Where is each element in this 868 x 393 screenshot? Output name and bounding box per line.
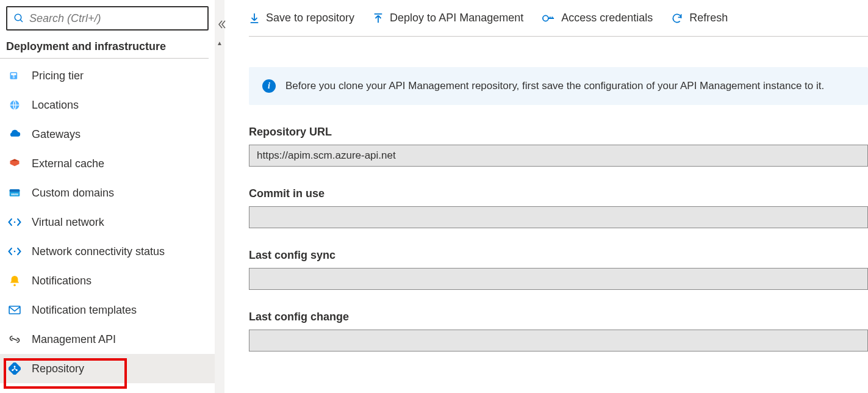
sidebar-item-external-cache[interactable]: External cache — [0, 149, 215, 178]
sidebar-item-label: Pricing tier — [32, 70, 84, 82]
svg-rect-7 — [10, 189, 20, 192]
info-banner: i Before you clone your API Management r… — [249, 67, 868, 105]
svg-point-10 — [14, 251, 16, 253]
info-banner-text: Before you clone your API Management rep… — [285, 80, 824, 92]
sidebar-item-label: Locations — [32, 99, 79, 112]
svg-point-9 — [14, 222, 16, 223]
sidebar-item-gateways[interactable]: Gateways — [0, 120, 215, 149]
toolbar-label: Save to repository — [266, 12, 354, 24]
last-config-change-field[interactable] — [249, 330, 868, 352]
toolbar-label: Refresh — [689, 12, 728, 24]
last-config-sync-field[interactable] — [249, 268, 868, 290]
toolbar-label: Access credentials — [561, 12, 653, 24]
sidebar-item-label: Gateways — [32, 128, 81, 141]
sidebar-item-label: Network connectivity status — [32, 245, 165, 258]
repository-url-label: Repository URL — [249, 126, 868, 139]
api-icon — [7, 332, 22, 347]
repository-icon — [7, 361, 22, 376]
repository-url-value: https://apim.scm.azure-api.net — [257, 150, 396, 162]
commit-in-use-field[interactable] — [249, 206, 868, 228]
section-header: Deployment and infrastructure — [0, 37, 209, 59]
sidebar-item-label: External cache — [32, 157, 104, 170]
svg-point-0 — [15, 14, 21, 21]
deploy-button[interactable]: Deploy to API Management — [373, 12, 523, 24]
info-icon: i — [262, 79, 276, 93]
sidebar-item-pricing-tier[interactable]: $ Pricing tier — [0, 61, 215, 90]
domain-icon: www — [7, 186, 22, 200]
sidebar-item-label: Management API — [32, 333, 116, 346]
svg-line-1 — [20, 20, 23, 22]
svg-text:$: $ — [12, 74, 15, 79]
sidebar-item-label: Notification templates — [32, 304, 137, 317]
key-icon — [542, 12, 555, 24]
cache-icon — [7, 156, 22, 171]
sidebar-item-locations[interactable]: Locations — [0, 90, 215, 120]
access-credentials-button[interactable]: Access credentials — [542, 12, 653, 24]
connectivity-icon — [7, 244, 22, 259]
main-content: Save to repository Deploy to API Managem… — [224, 0, 868, 393]
upload-icon — [373, 12, 384, 24]
svg-text:www: www — [10, 192, 18, 196]
svg-point-11 — [13, 284, 16, 286]
globe-icon — [7, 98, 22, 112]
sidebar-item-label: Repository — [32, 362, 84, 375]
sidebar: Deployment and infrastructure $ Pricing … — [0, 0, 215, 393]
sidebar-item-management-api[interactable]: Management API — [0, 325, 215, 354]
scroll-up-arrow-icon: ▲ — [217, 40, 223, 46]
toolbar-label: Deploy to API Management — [390, 12, 523, 24]
tag-icon: $ — [7, 68, 22, 83]
mail-icon — [7, 303, 22, 317]
svg-rect-12 — [9, 306, 20, 314]
sidebar-item-notifications[interactable]: Notifications — [0, 266, 215, 295]
search-icon — [13, 13, 24, 24]
commit-in-use-label: Commit in use — [249, 187, 868, 200]
search-input[interactable] — [29, 12, 201, 25]
refresh-button[interactable]: Refresh — [671, 12, 728, 24]
refresh-icon — [671, 12, 683, 24]
last-config-sync-label: Last config sync — [249, 249, 868, 262]
scrollbar[interactable]: ▲ — [215, 0, 224, 393]
sidebar-menu: $ Pricing tier Locations Gateways Extern… — [0, 61, 215, 383]
sidebar-item-label: Notifications — [32, 275, 91, 287]
sidebar-item-label: Custom domains — [32, 187, 114, 200]
repository-url-field[interactable]: https://apim.scm.azure-api.net — [249, 145, 868, 167]
search-box[interactable] — [6, 6, 209, 31]
sidebar-item-label: Virtual network — [32, 216, 104, 229]
sidebar-item-network-connectivity[interactable]: Network connectivity status — [0, 237, 215, 266]
download-icon — [249, 12, 260, 24]
sidebar-item-notification-templates[interactable]: Notification templates — [0, 295, 215, 325]
toolbar: Save to repository Deploy to API Managem… — [249, 0, 868, 37]
last-config-change-label: Last config change — [249, 311, 868, 323]
network-icon — [7, 215, 22, 229]
save-to-repository-button[interactable]: Save to repository — [249, 12, 354, 24]
sidebar-item-repository[interactable]: Repository — [0, 354, 215, 383]
bell-icon — [7, 273, 22, 288]
cloud-icon — [7, 127, 22, 142]
sidebar-item-custom-domains[interactable]: www Custom domains — [0, 178, 215, 207]
svg-point-17 — [543, 15, 548, 21]
sidebar-item-virtual-network[interactable]: Virtual network — [0, 207, 215, 237]
